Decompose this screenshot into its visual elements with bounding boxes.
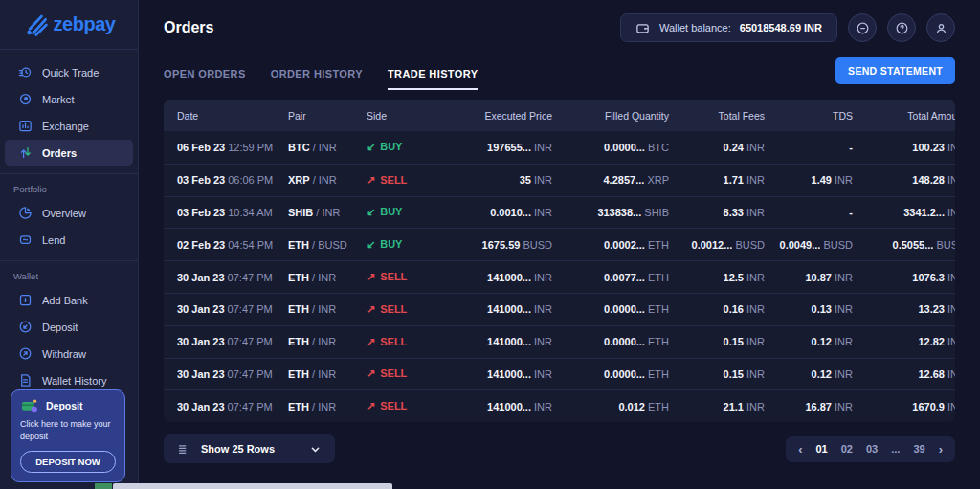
sidebar-item-overview[interactable]: Overview	[5, 200, 133, 226]
send-statement-button[interactable]: SEND STATEMENT	[835, 57, 955, 84]
sidebar-section-wallet: Wallet	[0, 260, 138, 287]
deposit-promo-card[interactable]: Deposit Click here to make your deposit …	[11, 389, 125, 482]
sidebar-item-withdraw[interactable]: Withdraw	[5, 341, 133, 367]
sidebar-item-quick-trade[interactable]: Quick Trade	[5, 59, 133, 85]
side-arrow-icon: ↗	[367, 336, 375, 347]
table-row[interactable]: 30 Jan 23 07:47 PM ETH / INR ↗SELL 14100…	[164, 389, 955, 422]
pair-separator: /	[312, 303, 315, 315]
sidebar: zebpay Quick Trade Market Exchange Order…	[0, 0, 139, 489]
total-amount-cell: 148.28 INR	[853, 174, 955, 186]
sidebar-nav: Quick Trade Market Exchange Orders Portf…	[0, 50, 138, 393]
pagination-page-39[interactable]: 39	[913, 443, 924, 455]
total-fees-cell: 0.16 INR	[669, 303, 765, 315]
filled-quantity-cell: 0.012 ETH	[552, 401, 669, 412]
side-cell: ↗SELL	[367, 174, 439, 187]
sidebar-item-add-bank[interactable]: Add Bank	[5, 287, 133, 313]
pair-base: ETH	[288, 368, 309, 380]
exchange-icon	[17, 119, 33, 134]
sidebar-item-deposit[interactable]: Deposit	[5, 314, 133, 340]
side-label: BUY	[380, 206, 402, 217]
zebpay-logo[interactable]: zebpay	[0, 0, 138, 50]
table-row[interactable]: 30 Jan 23 07:47 PM ETH / INR ↗SELL 14100…	[164, 260, 955, 293]
help-icon	[894, 20, 909, 35]
chat-button[interactable]	[848, 13, 877, 42]
table-row[interactable]: 03 Feb 23 06:06 PM XRP / INR ↗SELL 35 IN…	[164, 164, 955, 196]
sidebar-item-lend[interactable]: Lend	[5, 227, 133, 253]
trade-date: 30 Jan 23	[177, 336, 225, 347]
side-label: SELL	[380, 400, 407, 411]
trade-date-cell: 30 Jan 23 07:47 PM	[177, 336, 288, 347]
tds-cell: 0.12 INR	[765, 368, 853, 380]
side-label: SELL	[380, 174, 407, 186]
chevron-down-icon	[307, 441, 323, 456]
sidebar-item-market[interactable]: Market	[5, 86, 133, 112]
profile-button[interactable]	[926, 13, 955, 42]
main-content: Orders Wallet balance: 65018548.69 INR	[140, 0, 980, 489]
trade-time: 04:54 PM	[228, 239, 273, 251]
side-cell: ↙BUY	[367, 141, 439, 153]
pair-cell: ETH / INR	[288, 303, 367, 315]
tab-trade-history[interactable]: TRADE HISTORY	[388, 68, 478, 90]
pagination-ellipsis: ...	[891, 443, 900, 455]
tab-order-history[interactable]: ORDER HISTORY	[271, 68, 363, 90]
sidebar-item-exchange[interactable]: Exchange	[5, 113, 133, 139]
pair-base: ETH	[288, 239, 309, 251]
deposit-promo-title: Deposit	[46, 400, 83, 411]
pair-cell: ETH / INR	[288, 368, 367, 380]
trade-date: 03 Feb 23	[177, 174, 225, 186]
table-footer: Show 25 Rows ‹ 01 02 03 ... 39 ›	[164, 434, 955, 463]
table-row[interactable]: 30 Jan 23 07:47 PM ETH / INR ↗SELL 14100…	[164, 358, 955, 390]
pagination-page-1[interactable]: 01	[815, 443, 827, 455]
sidebar-item-label: Add Bank	[42, 295, 88, 306]
pagination-page-3[interactable]: 03	[866, 443, 878, 455]
side-label: BUY	[380, 238, 402, 250]
table-row[interactable]: 30 Jan 23 07:47 PM ETH / INR ↗SELL 14100…	[164, 325, 955, 358]
trade-date-cell: 03 Feb 23 06:06 PM	[177, 174, 288, 186]
pagination: ‹ 01 02 03 ... 39 ›	[786, 436, 955, 462]
side-cell: ↙BUY	[367, 206, 439, 218]
trade-date-cell: 30 Jan 23 07:47 PM	[177, 303, 288, 315]
tab-open-orders[interactable]: OPEN ORDERS	[164, 68, 246, 90]
pagination-next-icon[interactable]: ›	[939, 443, 943, 456]
trade-history-table: Date Pair Side Executed Price Filled Qua…	[164, 100, 955, 422]
trade-date-cell: 30 Jan 23 07:47 PM	[177, 272, 288, 283]
column-header-tds: TDS	[765, 110, 853, 122]
total-amount-cell: 0.5055... BUSD	[853, 239, 955, 251]
column-header-side: Side	[367, 110, 439, 122]
pair-quote: INR	[322, 207, 340, 218]
side-label: SELL	[380, 271, 407, 282]
add-bank-icon	[17, 293, 33, 308]
trade-date: 06 Feb 23	[177, 142, 225, 153]
table-row[interactable]: 02 Feb 23 04:54 PM ETH / BUSD ↙BUY 1675.…	[164, 228, 955, 260]
column-header-executed-price: Executed Price	[439, 110, 552, 122]
side-arrow-icon: ↗	[367, 367, 375, 379]
pair-quote: INR	[319, 142, 337, 153]
pagination-page-2[interactable]: 02	[841, 443, 853, 455]
column-header-pair: Pair	[288, 110, 367, 122]
sidebar-item-orders[interactable]: Orders	[5, 140, 133, 166]
trade-date: 30 Jan 23	[177, 272, 225, 283]
total-amount-cell: 1076.3 INR	[853, 272, 955, 283]
sidebar-item-label: Overview	[42, 208, 86, 219]
top-bar: Orders Wallet balance: 65018548.69 INR	[140, 0, 980, 42]
table-row[interactable]: 06 Feb 23 12:59 PM BTC / INR ↙BUY 197655…	[164, 131, 955, 164]
rows-per-page-label: Show 25 Rows	[201, 443, 275, 455]
total-fees-cell: 21.1 INR	[669, 401, 765, 412]
deposit-now-button[interactable]: DEPOSIT NOW	[20, 451, 116, 473]
wallet-balance-pill[interactable]: Wallet balance: 65018548.69 INR	[620, 13, 837, 42]
column-header-filled-quantity: Filled Quantity	[552, 110, 669, 122]
executed-price-cell: 1675.59 BUSD	[439, 239, 552, 251]
filled-quantity-cell: 0.0002... ETH	[552, 239, 669, 251]
withdraw-icon	[17, 346, 33, 362]
list-icon	[176, 441, 191, 456]
rows-per-page-dropdown[interactable]: Show 25 Rows	[164, 434, 335, 463]
side-label: SELL	[380, 303, 407, 315]
pagination-prev-icon[interactable]: ‹	[798, 443, 802, 456]
filled-quantity-cell: 4.2857... XRP	[552, 174, 669, 186]
help-button[interactable]	[887, 13, 916, 42]
trade-date: 03 Feb 23	[177, 207, 225, 218]
table-row[interactable]: 30 Jan 23 07:47 PM ETH / INR ↗SELL 14100…	[164, 293, 955, 325]
pair-separator: /	[316, 207, 319, 218]
table-row[interactable]: 03 Feb 23 10:34 AM SHIB / INR ↙BUY 0.001…	[164, 196, 955, 229]
tds-cell: 10.87 INR	[765, 272, 853, 283]
